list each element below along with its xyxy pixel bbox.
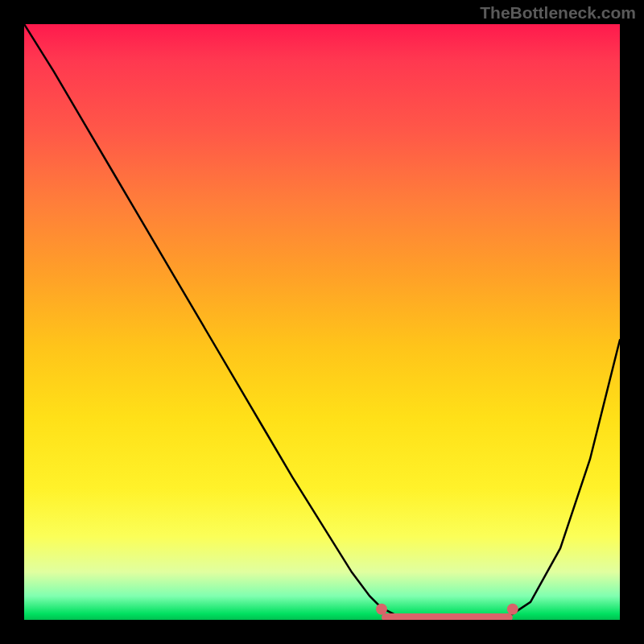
- bottleneck-curve: [24, 24, 620, 620]
- range-marker-right: [507, 604, 518, 615]
- range-marker-left: [376, 604, 387, 615]
- optimal-range-bar: [382, 613, 513, 620]
- curve-svg: [24, 24, 620, 620]
- chart-plot-area: [24, 24, 620, 620]
- watermark-text: TheBottleneck.com: [480, 3, 636, 23]
